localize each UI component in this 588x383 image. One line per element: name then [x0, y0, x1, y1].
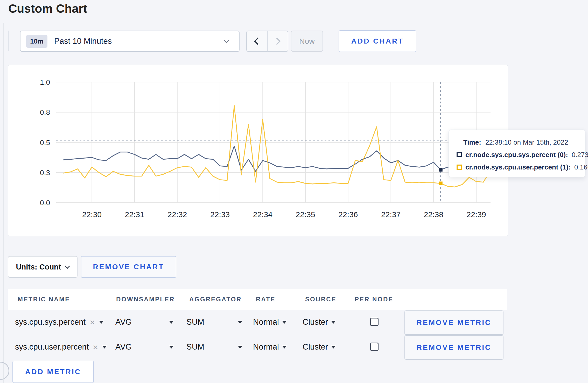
- tooltip-sys-value: 0.2732: [572, 151, 588, 159]
- chart-tooltip: Time: 22:38:10 on Mar 15th, 2022 cr.node…: [449, 130, 585, 177]
- tooltip-user-value: 0.1601: [574, 163, 588, 171]
- downsampler-dropdown-icon[interactable]: [169, 321, 174, 324]
- downsampler-dropdown-icon[interactable]: [169, 346, 174, 349]
- y-tick-label: 0.8: [40, 108, 50, 116]
- x-tick-label: 22:38: [424, 210, 443, 219]
- chart-card: 0.00.30.50.81.022:3022:3122:3222:3322:34…: [8, 65, 508, 236]
- page-left-rule: [3, 23, 4, 383]
- aggregator-dropdown-icon[interactable]: [238, 346, 242, 349]
- help-bubble-cutoff: [0, 362, 9, 380]
- tooltip-user-label: cr.node.sys.cpu.user.percent (1):: [465, 163, 571, 171]
- source-dropdown-icon[interactable]: [331, 346, 336, 349]
- per-node-checkbox[interactable]: [370, 318, 379, 326]
- time-nav-group: [246, 31, 288, 52]
- col-per-node: PER NODE: [355, 289, 393, 310]
- source-value[interactable]: Cluster: [303, 342, 328, 352]
- source-value[interactable]: Cluster: [303, 317, 328, 327]
- time-range-select[interactable]: 10m Past 10 Minutes: [20, 31, 240, 52]
- crosshair-point: [439, 168, 443, 172]
- now-button[interactable]: Now: [291, 31, 323, 52]
- y-tick-label: 0.3: [40, 169, 50, 177]
- time-prev-button[interactable]: [247, 31, 267, 51]
- y-tick-label: 1.0: [40, 78, 50, 86]
- metric-dropdown-icon[interactable]: [102, 346, 107, 349]
- series-line-1: [64, 106, 491, 187]
- x-tick-label: 22:37: [381, 210, 401, 219]
- x-tick-label: 22:35: [296, 210, 315, 219]
- remove-metric-button[interactable]: REMOVE METRIC: [404, 335, 503, 360]
- remove-tag-icon[interactable]: ×: [93, 343, 98, 351]
- metric-dropdown-icon[interactable]: [99, 321, 104, 324]
- remove-metric-button[interactable]: REMOVE METRIC: [404, 310, 503, 335]
- downsampler-value[interactable]: AVG: [115, 317, 132, 327]
- time-range-label: Past 10 Minutes: [54, 37, 112, 46]
- col-source: SOURCE: [305, 289, 337, 310]
- cpu-usage-chart[interactable]: 0.00.30.50.81.022:3022:3122:3222:3322:34…: [8, 65, 508, 236]
- col-metric-name: METRIC NAME: [18, 289, 70, 310]
- chevron-right-icon: [273, 38, 281, 45]
- tooltip-sys-label: cr.node.sys.cpu.sys.percent (0):: [465, 151, 568, 159]
- rate-value[interactable]: Normal: [253, 317, 279, 327]
- source-dropdown-icon[interactable]: [331, 321, 336, 324]
- remove-chart-button[interactable]: REMOVE CHART: [81, 256, 176, 278]
- series-line-0: [64, 146, 491, 172]
- aggregator-value[interactable]: SUM: [186, 342, 204, 352]
- table-row: sys.cpu.sys.percent × AVG SUM Normal Clu…: [8, 310, 507, 335]
- rate-dropdown-icon[interactable]: [282, 321, 287, 324]
- x-tick-label: 22:33: [210, 210, 230, 219]
- rate-value[interactable]: Normal: [253, 342, 279, 352]
- remove-tag-icon[interactable]: ×: [90, 318, 95, 327]
- units-select[interactable]: Units: Count: [8, 256, 78, 278]
- metric-name-value: sys.cpu.user.percent: [15, 342, 89, 352]
- x-tick-label: 22:39: [467, 210, 486, 219]
- tooltip-time-value: 22:38:10 on Mar 15th, 2022: [485, 138, 568, 146]
- col-rate: RATE: [256, 289, 276, 310]
- add-metric-button[interactable]: ADD METRIC: [12, 361, 94, 383]
- time-next-button[interactable]: [267, 31, 288, 51]
- table-row: sys.cpu.user.percent × AVG SUM Normal Cl…: [8, 335, 507, 359]
- x-tick-label: 22:36: [338, 210, 358, 219]
- x-tick-label: 22:32: [167, 210, 187, 219]
- x-tick-label: 22:34: [253, 210, 272, 219]
- chevron-left-icon: [254, 38, 261, 45]
- rate-dropdown-icon[interactable]: [282, 346, 287, 349]
- x-tick-label: 22:30: [82, 210, 102, 219]
- aggregator-dropdown-icon[interactable]: [238, 321, 242, 324]
- metric-name-value: sys.cpu.sys.percent: [15, 317, 86, 327]
- metrics-table-header: METRIC NAME DOWNSAMPLER AGGREGATOR RATE …: [8, 289, 507, 310]
- page-title: Custom Chart: [8, 2, 87, 16]
- aggregator-value[interactable]: SUM: [186, 317, 204, 327]
- col-downsampler: DOWNSAMPLER: [116, 289, 175, 310]
- chevron-down-icon: [65, 264, 70, 269]
- series-sys-swatch-icon: [457, 152, 462, 157]
- per-node-checkbox[interactable]: [370, 343, 379, 351]
- chevron-down-icon: [223, 37, 229, 43]
- x-tick-label: 22:31: [125, 210, 144, 219]
- toolbar-divider: [8, 31, 9, 51]
- series-user-swatch-icon: [457, 165, 462, 170]
- col-aggregator: AGGREGATOR: [189, 289, 242, 310]
- custom-chart-page: { "page": { "title": "Custom Chart" }, "…: [0, 0, 588, 383]
- tooltip-time-label: Time:: [463, 138, 481, 146]
- time-range-badge: 10m: [26, 35, 47, 48]
- downsampler-value[interactable]: AVG: [115, 342, 132, 352]
- units-label: Units: Count: [16, 263, 61, 271]
- add-chart-button[interactable]: ADD CHART: [339, 30, 416, 52]
- y-tick-label: 0.5: [40, 139, 50, 147]
- y-tick-label: 0.0: [40, 199, 50, 207]
- crosshair-point: [439, 182, 443, 185]
